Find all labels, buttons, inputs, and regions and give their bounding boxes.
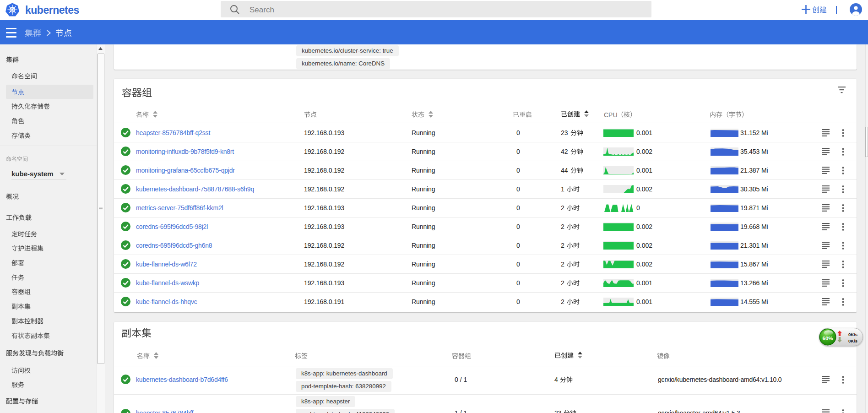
svg-text:60%: 60%	[822, 336, 833, 341]
